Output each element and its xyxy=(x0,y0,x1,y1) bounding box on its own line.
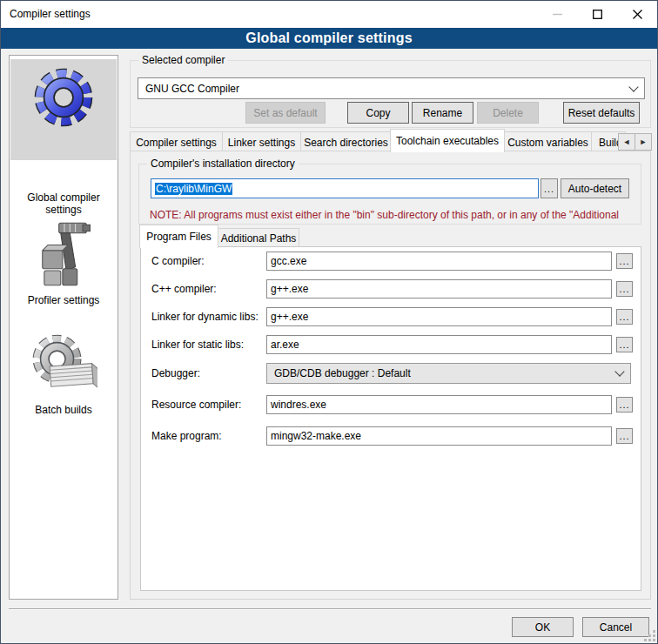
installation-directory-input[interactable]: C:\raylib\MinGW xyxy=(151,178,539,198)
window-title: Compiler settings xyxy=(10,8,91,20)
installation-directory-value: C:\raylib\MinGW xyxy=(155,183,232,195)
resource-compiler-browse-button[interactable]: ... xyxy=(616,397,633,413)
minimize-button xyxy=(537,1,577,28)
make-program-label: Make program: xyxy=(151,430,222,442)
cpp-compiler-label: C++ compiler: xyxy=(151,283,217,295)
close-icon xyxy=(633,10,642,19)
selected-compiler-legend: Selected compiler xyxy=(138,54,228,67)
installation-directory-group: Compiler's installation directory C:\ray… xyxy=(138,164,641,225)
resource-compiler-input[interactable]: windres.exe xyxy=(266,395,612,414)
installation-directory-legend: Compiler's installation directory xyxy=(147,158,299,171)
cancel-button[interactable]: Cancel xyxy=(582,617,649,637)
footer-divider xyxy=(9,608,651,610)
linker-dynamic-label: Linker for dynamic libs: xyxy=(151,311,258,323)
make-program-browse-button[interactable]: ... xyxy=(616,428,633,444)
settings-category-list: Global compiler settings Profiler settin… xyxy=(9,55,118,600)
tab-search-directories[interactable]: Search directories xyxy=(300,131,392,152)
chevron-down-icon xyxy=(614,366,624,376)
sidebar-item-global-compiler-settings[interactable]: Global compiler settings xyxy=(10,63,117,212)
minimize-icon xyxy=(553,10,562,19)
selected-compiler-group: Selected compiler GNU GCC Compiler Set a… xyxy=(130,60,651,128)
copy-button[interactable]: Copy xyxy=(347,102,409,124)
sidebar-item-label: Batch builds xyxy=(14,404,113,416)
compiler-select-value: GNU GCC Compiler xyxy=(145,83,630,95)
linker-static-input[interactable]: ar.exe xyxy=(266,335,612,354)
tab-compiler-settings[interactable]: Compiler settings xyxy=(130,131,223,152)
c-compiler-label: C compiler: xyxy=(151,255,205,267)
debugger-select[interactable]: GDB/CDB debugger : Default xyxy=(266,363,631,384)
sidebar-item-label: Profiler settings xyxy=(14,294,113,306)
cpp-compiler-input[interactable]: g++.exe xyxy=(266,279,612,299)
c-compiler-input[interactable]: gcc.exe xyxy=(266,252,612,271)
c-compiler-browse-button[interactable]: ... xyxy=(616,253,633,269)
dialog-banner: Global compiler settings xyxy=(1,28,657,49)
banner-title: Global compiler settings xyxy=(245,30,413,46)
browse-directory-button[interactable]: ... xyxy=(540,178,558,198)
maximize-button[interactable] xyxy=(577,1,617,28)
rename-button[interactable]: Rename xyxy=(412,102,473,124)
cpp-compiler-browse-button[interactable]: ... xyxy=(616,281,633,297)
note-text: NOTE: All programs must exist either in … xyxy=(150,209,637,221)
auto-detect-button[interactable]: Auto-detect xyxy=(561,178,629,198)
linker-static-label: Linker for static libs: xyxy=(151,339,244,351)
close-button[interactable] xyxy=(617,1,657,28)
sidebar-item-label: Global compiler settings xyxy=(14,191,113,216)
arrow-right-icon: ► xyxy=(640,138,648,146)
caliper-icon xyxy=(35,219,94,289)
tab-scroll-right-button[interactable]: ► xyxy=(634,133,652,151)
titlebar[interactable]: Compiler settings xyxy=(1,1,657,28)
tab-scroll-left-button[interactable]: ◄ xyxy=(618,133,635,151)
linker-dynamic-browse-button[interactable]: ... xyxy=(616,309,633,325)
sidebar-item-batch-builds[interactable]: Batch builds xyxy=(10,331,117,418)
delete-button: Delete xyxy=(477,102,539,124)
gear-stack-icon xyxy=(31,331,97,400)
arrow-left-icon: ◄ xyxy=(623,138,631,146)
tab-linker-settings[interactable]: Linker settings xyxy=(222,131,301,152)
tab-additional-paths[interactable]: Additional Paths xyxy=(218,228,299,248)
maximize-icon xyxy=(593,10,602,19)
resource-compiler-label: Resource compiler: xyxy=(151,399,241,411)
ok-button[interactable]: OK xyxy=(512,617,574,637)
set-as-default-button: Set as default xyxy=(245,102,326,124)
linker-static-browse-button[interactable]: ... xyxy=(616,337,633,352)
resize-grip[interactable] xyxy=(645,631,655,641)
debugger-label: Debugger: xyxy=(151,367,200,379)
program-files-panel: C compiler: gcc.exe ... C++ compiler: g+… xyxy=(140,246,641,591)
sidebar-item-profiler-settings[interactable]: Profiler settings xyxy=(10,219,117,310)
make-program-input[interactable]: mingw32-make.exe xyxy=(266,426,612,446)
linker-dynamic-input[interactable]: g++.exe xyxy=(266,307,612,326)
tab-custom-variables[interactable]: Custom variables xyxy=(504,131,592,152)
compiler-settings-dialog: Compiler settings Global compiler settin… xyxy=(0,0,658,644)
gear-blue-icon xyxy=(33,64,94,131)
reset-defaults-button[interactable]: Reset defaults xyxy=(563,102,640,124)
tab-program-files[interactable]: Program Files xyxy=(139,225,218,248)
tab-toolchain-executables[interactable]: Toolchain executables xyxy=(390,129,505,152)
compiler-select[interactable]: GNU GCC Compiler xyxy=(138,77,645,99)
chevron-down-icon xyxy=(628,82,638,91)
